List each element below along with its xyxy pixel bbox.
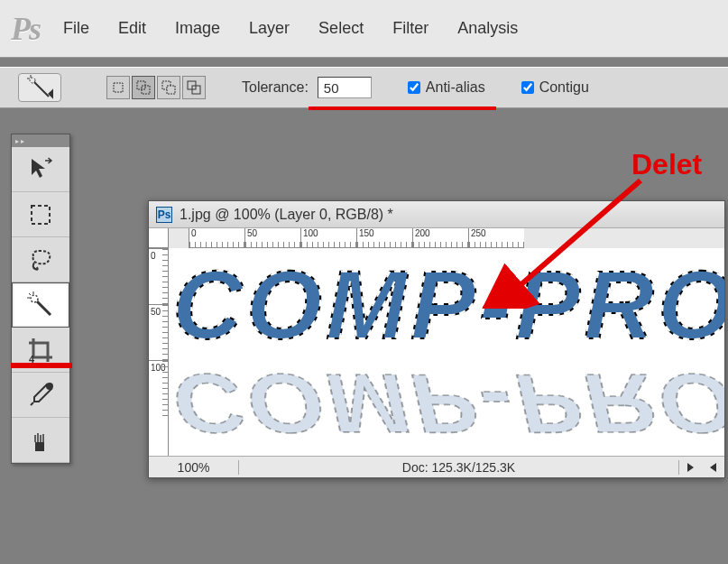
document-info[interactable]: Doc: 125.3K/125.3K — [239, 460, 679, 475]
contiguous-label: Contigu — [539, 79, 589, 96]
magic-wand-icon — [25, 73, 54, 102]
antialias-label: Anti-alias — [426, 79, 485, 96]
eyedropper-icon — [26, 381, 55, 410]
selection-subtract-button[interactable] — [157, 76, 180, 99]
tolerance-input[interactable] — [318, 77, 372, 98]
document-title: 1.jpg @ 100% (Layer 0, RGB/8) * — [180, 207, 393, 223]
rect-add-icon — [136, 80, 151, 95]
scroll-left-icon — [710, 463, 716, 472]
selection-ants-reflection: COMP-PRO — [172, 357, 724, 450]
canvas[interactable]: COMP-PRO COMP-PRO COMP-PRO COMP-PRO COMP… — [169, 248, 724, 456]
ruler-tick: 50 — [149, 304, 168, 360]
annotation-underline-wand-tool — [11, 363, 72, 368]
menu-file[interactable]: File — [58, 15, 95, 42]
selection-mode-group — [106, 76, 206, 99]
document-window: Ps 1.jpg @ 100% (Layer 0, RGB/8) * 0 50 … — [148, 200, 725, 478]
svg-rect-19 — [35, 442, 44, 451]
ruler-tick: 0 — [189, 228, 244, 247]
menu-image[interactable]: Image — [170, 15, 226, 42]
scroll-buttons[interactable] — [679, 463, 724, 472]
ruler-tick: 100 — [300, 228, 356, 247]
marquee-tool[interactable] — [12, 192, 69, 237]
scroll-play-icon — [687, 463, 694, 472]
magic-wand-icon — [26, 291, 55, 319]
svg-line-13 — [37, 301, 51, 315]
ruler-tick: 150 — [356, 228, 412, 247]
status-bar: 100% Doc: 125.3K/125.3K — [149, 456, 724, 477]
document-titlebar[interactable]: Ps 1.jpg @ 100% (Layer 0, RGB/8) * — [149, 201, 724, 228]
menu-filter[interactable]: Filter — [387, 15, 434, 42]
rect-sub-icon — [161, 80, 176, 95]
ruler-vertical[interactable]: 0 50 100 — [149, 248, 169, 456]
svg-rect-8 — [167, 86, 175, 94]
move-icon — [26, 155, 55, 184]
menu-analysis[interactable]: Analysis — [452, 15, 523, 42]
ruler-tick: 200 — [412, 228, 468, 247]
brush-icon — [26, 426, 55, 455]
work-area: ▸▸ 4 — [0, 110, 728, 564]
crop-icon: 4 — [26, 336, 55, 365]
svg-line-16 — [29, 293, 31, 295]
tools-panel-header[interactable]: ▸▸ — [12, 134, 69, 147]
app-logo: Ps — [11, 10, 40, 48]
tools-panel: ▸▸ 4 — [11, 134, 70, 464]
magic-wand-tool[interactable] — [12, 282, 69, 328]
antialias-check-input[interactable] — [408, 81, 420, 94]
tool-preset-picker[interactable] — [18, 73, 61, 102]
menu-layer[interactable]: Layer — [244, 15, 295, 42]
lasso-icon — [26, 245, 55, 274]
ruler-tick: 250 — [468, 228, 524, 247]
selection-add-button[interactable] — [132, 76, 155, 99]
drag-handle-icon: ▸▸ — [15, 137, 26, 145]
selection-ants-white: COMP-PRO — [172, 250, 724, 359]
eyedropper-tool[interactable] — [12, 373, 69, 418]
contiguous-checkbox[interactable]: Contigu — [521, 79, 589, 96]
menu-select[interactable]: Select — [313, 15, 369, 42]
svg-rect-4 — [114, 83, 123, 92]
ruler-tick: 0 — [149, 248, 168, 304]
menubar: Ps File Edit Image Layer Select Filter A… — [0, 0, 728, 58]
zoom-level[interactable]: 100% — [149, 460, 239, 475]
ruler-horizontal[interactable]: 0 50 100 150 200 250 — [189, 228, 524, 248]
contiguous-check-input[interactable] — [521, 81, 534, 94]
svg-rect-11 — [32, 206, 50, 224]
svg-point-18 — [46, 383, 53, 390]
svg-line-1 — [34, 82, 49, 97]
ruler-origin[interactable] — [149, 228, 169, 248]
marquee-icon — [26, 200, 55, 229]
ps-file-icon: Ps — [156, 207, 172, 223]
lasso-tool[interactable] — [12, 237, 69, 282]
tolerance-label: Tolerance: — [242, 79, 309, 96]
ruler-tick: 100 — [149, 360, 168, 416]
move-tool[interactable] — [12, 147, 69, 192]
rect-int-icon — [187, 80, 201, 95]
selection-intersect-button[interactable] — [182, 76, 206, 99]
rect-icon — [112, 81, 124, 94]
menu-edit[interactable]: Edit — [113, 15, 152, 42]
svg-point-12 — [31, 295, 38, 302]
antialias-checkbox[interactable]: Anti-alias — [408, 79, 485, 96]
ruler-tick: 50 — [244, 228, 300, 247]
brush-tool[interactable] — [12, 418, 69, 463]
selection-new-button[interactable] — [106, 76, 130, 99]
annotation-delete-label: Delet — [631, 148, 702, 181]
options-bar: Tolerance: Anti-alias Contigu — [0, 67, 728, 108]
